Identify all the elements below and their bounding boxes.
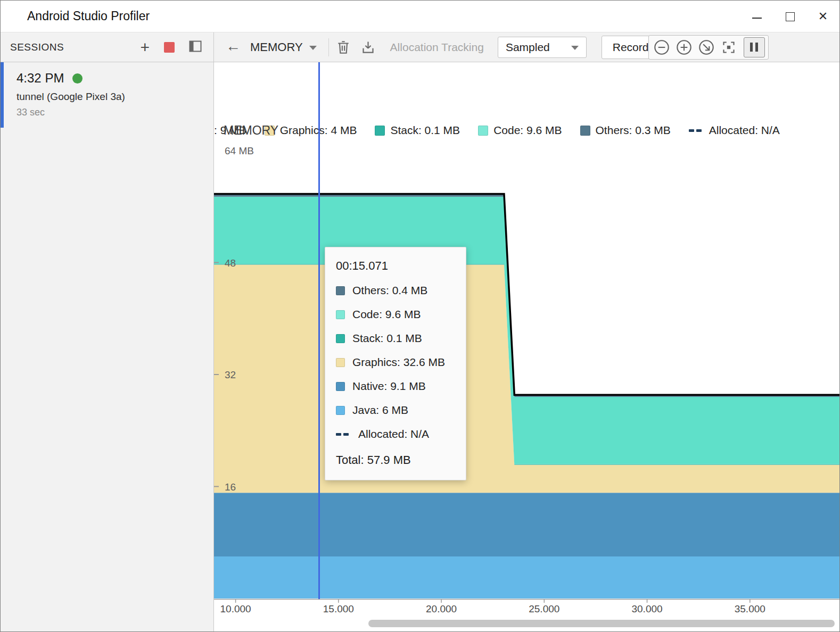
chart-tooltip: 00:15.071 Others: 0.4 MBCode: 9.6 MBStac… <box>325 247 466 480</box>
tooltip-row: Allocated: N/A <box>336 428 455 440</box>
pause-icon <box>755 43 758 52</box>
allocation-mode-value: Sampled <box>506 41 550 54</box>
zoom-controls <box>648 35 769 60</box>
maximize-icon <box>786 12 795 21</box>
color-swatch-icon <box>336 286 345 295</box>
y-axis-label: 16 <box>225 481 236 493</box>
zoom-out-icon <box>652 38 671 57</box>
tooltip-row-label: Graphics: 32.6 MB <box>352 356 445 369</box>
session-item[interactable]: 4:32 PM tunnel (Google Pixel 3a) 33 sec <box>1 62 213 128</box>
live-indicator-icon <box>72 73 83 84</box>
pause-icon <box>750 43 753 52</box>
maximize-button[interactable] <box>773 1 806 32</box>
profiler-window: Android Studio Profiler ✕ SESSIONS + ← M… <box>0 0 840 632</box>
collapse-panel-button[interactable] <box>189 40 202 54</box>
legend-item: Allocated: N/A <box>689 124 780 137</box>
session-time: 4:32 PM <box>17 71 64 86</box>
chevron-down-icon <box>571 46 579 50</box>
legend-label: Code: 9.6 MB <box>493 124 562 137</box>
x-axis-label: 20.000 <box>417 603 465 615</box>
close-button[interactable]: ✕ <box>806 1 839 32</box>
color-swatch-icon <box>580 126 590 136</box>
y-axis-label: 64 MB <box>225 145 254 156</box>
titlebar: Android Studio Profiler ✕ <box>1 1 839 32</box>
tooltip-row: Stack: 0.1 MB <box>336 332 455 345</box>
sessions-title: SESSIONS <box>10 41 64 53</box>
tooltip-row-label: Java: 6 MB <box>352 404 408 417</box>
color-swatch-icon <box>336 334 345 343</box>
reset-zoom-button[interactable] <box>697 38 716 57</box>
tooltip-row: Native: 9.1 MB <box>336 380 455 393</box>
back-button[interactable]: ← <box>226 38 241 55</box>
area-series-native <box>214 493 839 556</box>
chart-legend: : 9 MB Graphics: 4 MBStack: 0.1 MBCode: … <box>214 124 780 137</box>
color-swatch-icon <box>336 382 345 391</box>
sessions-actions: + <box>140 39 202 55</box>
legend-label: Allocated: N/A <box>709 124 780 137</box>
memory-stage-label: MEMORY <box>224 123 278 138</box>
window-controls: ✕ <box>740 1 839 32</box>
horizontal-scrollbar <box>214 619 839 628</box>
toolbar: SESSIONS + ← MEMORY <box>1 32 839 62</box>
frame-selection-icon <box>719 38 738 57</box>
x-axis-label: 25.000 <box>520 603 568 615</box>
x-axis-label: 15.000 <box>315 603 363 615</box>
tooltip-row: Code: 9.6 MB <box>336 308 455 321</box>
x-axis-label: 30.000 <box>623 603 671 615</box>
zoom-to-selection-button[interactable] <box>719 38 738 57</box>
session-selected-accent <box>1 62 4 128</box>
sessions-header: SESSIONS + <box>1 32 214 62</box>
selection-line <box>318 62 320 599</box>
x-axis-label: 10.000 <box>214 603 260 615</box>
stage-dropdown[interactable]: MEMORY <box>250 40 317 54</box>
memory-chart-area: 64 MB483216 MEMORY : 9 MB Graphics: 4 MB… <box>214 62 839 632</box>
toolbar-divider <box>328 38 329 56</box>
y-axis-label: 32 <box>225 369 236 380</box>
color-swatch-icon <box>375 126 385 136</box>
tooltip-row: Graphics: 32.6 MB <box>336 356 455 369</box>
heap-dump-button[interactable] <box>361 40 375 54</box>
close-icon: ✕ <box>818 10 828 23</box>
tooltip-row: Others: 0.4 MB <box>336 284 455 297</box>
tooltip-total: Total: 57.9 MB <box>336 453 455 467</box>
pause-live-button[interactable] <box>744 37 765 57</box>
stop-session-button[interactable] <box>164 42 175 53</box>
tooltip-row-label: Allocated: N/A <box>358 428 429 440</box>
dashed-swatch-icon <box>689 129 704 132</box>
stage-toolbar: ← MEMORY Allocation Tracking <box>214 32 839 62</box>
color-swatch-icon <box>336 310 345 319</box>
legend-label: Stack: 0.1 MB <box>390 124 460 137</box>
sessions-panel: 4:32 PM tunnel (Google Pixel 3a) 33 sec <box>1 62 214 632</box>
zoom-out-button[interactable] <box>652 38 671 57</box>
window-title: Android Studio Profiler <box>27 9 150 23</box>
legend-item: Code: 9.6 MB <box>478 124 562 137</box>
zoom-in-button[interactable] <box>674 38 694 57</box>
session-duration: 33 sec <box>17 107 213 118</box>
memory-chart[interactable]: 64 MB483216 <box>214 62 839 610</box>
minimize-button[interactable] <box>740 1 773 32</box>
chevron-down-icon <box>309 46 317 50</box>
y-axis-label: 48 <box>225 257 236 269</box>
session-device: tunnel (Google Pixel 3a) <box>17 91 213 103</box>
panel-icon <box>189 40 202 52</box>
color-swatch-icon <box>336 358 345 367</box>
reset-zoom-icon <box>697 38 716 57</box>
stage-dropdown-label: MEMORY <box>250 40 303 54</box>
color-swatch-icon <box>336 406 345 415</box>
add-session-button[interactable]: + <box>140 39 150 55</box>
tooltip-row-label: Others: 0.4 MB <box>352 284 427 297</box>
tooltip-row-label: Code: 9.6 MB <box>352 308 421 321</box>
x-axis-label: 35.000 <box>726 603 774 615</box>
dump-download-icon <box>361 40 375 54</box>
legend-label: Others: 0.3 MB <box>596 124 671 137</box>
delete-session-button[interactable] <box>336 40 350 55</box>
scrollbar-thumb[interactable] <box>368 620 835 627</box>
minimize-icon <box>752 18 762 19</box>
window-body: 4:32 PM tunnel (Google Pixel 3a) 33 sec … <box>1 62 839 632</box>
area-series-java <box>214 556 839 598</box>
legend-item: Others: 0.3 MB <box>580 124 671 137</box>
x-axis: 10.00015.00020.00025.00030.00035.000 <box>214 603 839 619</box>
tooltip-row: Java: 6 MB <box>336 404 455 417</box>
tooltip-row-label: Native: 9.1 MB <box>352 380 426 393</box>
allocation-mode-dropdown[interactable]: Sampled <box>498 37 587 58</box>
